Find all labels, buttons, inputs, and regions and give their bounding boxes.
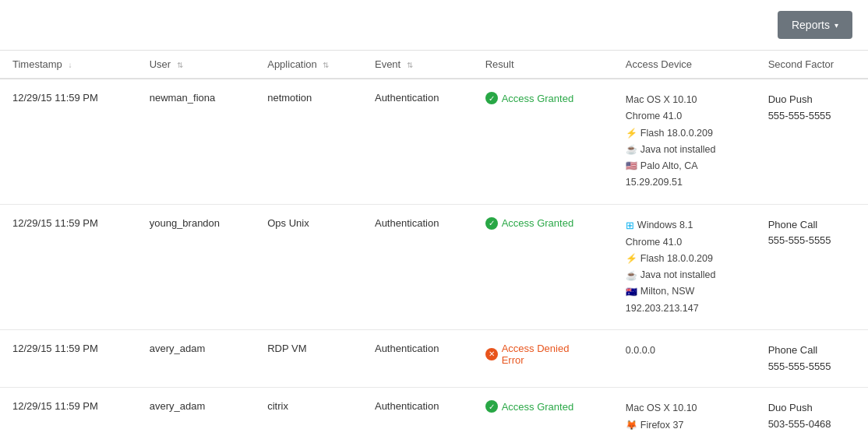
flash-icon: ⚡ <box>626 125 637 141</box>
flag_au-icon: 🇦🇺 <box>626 284 637 300</box>
cell-access-device: Mac OS X 10.10Chrome 41.0⚡Flash 18.0.0.2… <box>613 79 756 204</box>
second-factor-line: 555-555-5555 <box>768 233 856 249</box>
cell-event: Authentication <box>362 388 473 436</box>
device-text: Java not installed <box>640 267 716 283</box>
result-text: Access Granted <box>502 217 574 229</box>
col-second-factor: Second Factor <box>756 51 868 79</box>
cell-timestamp: 12/29/15 11:59 PM <box>0 204 137 329</box>
device-line: ☕Java not installed <box>626 142 743 158</box>
cell-event: Authentication <box>362 204 473 329</box>
result-text: Access Denied <box>502 343 570 354</box>
table-row: 12/29/15 11:59 PMavery_adamcitrixAuthent… <box>0 388 868 436</box>
device-line: 🇦🇺Milton, NSW <box>626 283 743 300</box>
col-user[interactable]: User ⇅ <box>137 51 256 79</box>
device-text: Chrome 41.0 <box>626 108 682 125</box>
header-row: Timestamp ↓ User ⇅ Application ⇅ Event ⇅ <box>0 51 868 79</box>
device-text: 0.0.0.0 <box>626 343 655 359</box>
cell-application: citrix <box>255 388 362 436</box>
timestamp-sort-icon: ↓ <box>68 61 72 69</box>
second-factor-line: Duo Push <box>768 92 856 108</box>
result-granted: ✓ Access Granted <box>485 92 601 104</box>
result-granted: ✓ Access Granted <box>485 217 601 230</box>
device-text: Palo Alto, CA <box>640 158 698 174</box>
device-line: ⊞Windows 8.1 <box>626 217 743 234</box>
second-factor-line: 555-555-5555 <box>768 108 856 125</box>
result-text: Access Granted <box>502 401 574 413</box>
cell-access-device: Mac OS X 10.10🦊Firefox 37⚡Flash 18.0.0.2… <box>613 388 756 436</box>
cell-event: Authentication <box>362 329 473 388</box>
device-text: Mac OS X 10.10 <box>626 92 697 108</box>
device-text: Mac OS X 10.10 <box>626 400 697 417</box>
page-wrapper: Reports ▾ Timestamp ↓ User ⇅ Application <box>0 0 868 436</box>
windows-icon: ⊞ <box>626 217 634 234</box>
result-text: Access Granted <box>502 93 574 104</box>
cell-access-device: 0.0.0.0 <box>613 329 756 388</box>
device-text: Java not installed <box>640 142 716 158</box>
device-line: Mac OS X 10.10 <box>626 400 743 417</box>
col-event[interactable]: Event ⇅ <box>362 51 473 79</box>
col-result: Result <box>473 51 613 79</box>
cell-user: newman_fiona <box>137 79 256 204</box>
device-text: Flash 18.0.0.209 <box>640 125 713 142</box>
flash-icon: ⚡ <box>626 251 637 266</box>
user-sort-icon: ⇅ <box>177 61 183 69</box>
check-icon: ✓ <box>485 400 498 413</box>
cell-second-factor: Phone Call555-555-5555 <box>756 329 868 388</box>
java-icon: ☕ <box>626 268 637 283</box>
log-table: Timestamp ↓ User ⇅ Application ⇅ Event ⇅ <box>0 51 868 436</box>
result-denied: ✕ Access Denied Error <box>485 343 601 366</box>
col-application[interactable]: Application ⇅ <box>255 51 362 79</box>
cell-application: netmotion <box>255 79 362 204</box>
second-factor-line: Phone Call <box>768 217 856 234</box>
cell-result: ✕ Access Denied Error <box>473 329 613 388</box>
cell-user: avery_adam <box>137 388 256 436</box>
device-line: 0.0.0.0 <box>626 343 743 359</box>
cell-application: RDP VM <box>255 329 362 388</box>
reports-button[interactable]: Reports ▾ <box>778 11 852 39</box>
cell-access-device: ⊞Windows 8.1Chrome 41.0⚡Flash 18.0.0.209… <box>613 204 756 329</box>
cell-second-factor: Duo Push555-555-5555 <box>756 79 868 204</box>
flag_us-icon: 🇺🇸 <box>626 158 637 174</box>
col-access-device: Access Device <box>613 51 756 79</box>
device-line: 15.29.209.51 <box>626 174 743 191</box>
top-bar: Reports ▾ <box>0 0 868 51</box>
table-header: Timestamp ↓ User ⇅ Application ⇅ Event ⇅ <box>0 51 868 79</box>
cell-result: ✓ Access Granted <box>473 79 613 204</box>
check-icon: ✓ <box>485 217 498 230</box>
table-row: 12/29/15 11:59 PMavery_adamRDP VMAuthent… <box>0 329 868 388</box>
table-body: 12/29/15 11:59 PMnewman_fionanetmotionAu… <box>0 79 868 436</box>
device-text: Windows 8.1 <box>637 217 693 234</box>
check-icon: ✓ <box>485 92 498 104</box>
application-sort-icon: ⇅ <box>323 61 329 69</box>
cell-user: young_brandon <box>137 204 256 329</box>
result-text-error: Error <box>502 354 570 366</box>
device-line: ☕Java not installed <box>626 267 743 283</box>
device-text: 192.203.213.147 <box>626 301 699 317</box>
result-granted: ✓ Access Granted <box>485 400 601 413</box>
device-line: 192.203.213.147 <box>626 301 743 317</box>
device-line: Chrome 41.0 <box>626 234 743 251</box>
firefox-icon: 🦊 <box>626 417 637 433</box>
col-timestamp[interactable]: Timestamp ↓ <box>0 51 137 79</box>
event-sort-icon: ⇅ <box>407 61 413 69</box>
second-factor-line: 555-555-5555 <box>768 359 856 375</box>
cell-second-factor: Duo Push503-555-0468 <box>756 388 868 436</box>
device-line: 🇺🇸Palo Alto, CA <box>626 158 743 174</box>
device-line: ⚡Flash 18.0.0.209 <box>626 125 743 142</box>
second-factor-line: Duo Push <box>768 400 856 417</box>
device-line: Mac OS X 10.10 <box>626 92 743 108</box>
reports-chevron: ▾ <box>834 21 838 30</box>
device-text: Flash 18.0.0.209 <box>640 251 713 267</box>
java-icon: ☕ <box>626 142 637 157</box>
table-container: Timestamp ↓ User ⇅ Application ⇅ Event ⇅ <box>0 51 868 436</box>
device-text: 15.29.209.51 <box>626 174 683 191</box>
table-row: 12/29/15 11:59 PMnewman_fionanetmotionAu… <box>0 79 868 204</box>
table-row: 12/29/15 11:59 PMyoung_brandonOps UnixAu… <box>0 204 868 329</box>
device-line: 🦊Firefox 37 <box>626 417 743 434</box>
x-icon: ✕ <box>485 348 498 360</box>
second-factor-line: Phone Call <box>768 343 856 359</box>
cell-second-factor: Phone Call555-555-5555 <box>756 204 868 329</box>
second-factor-line: 503-555-0468 <box>768 417 856 433</box>
device-line: ⚡Flash 18.0.0.209 <box>626 251 743 267</box>
device-line: Chrome 41.0 <box>626 108 743 125</box>
